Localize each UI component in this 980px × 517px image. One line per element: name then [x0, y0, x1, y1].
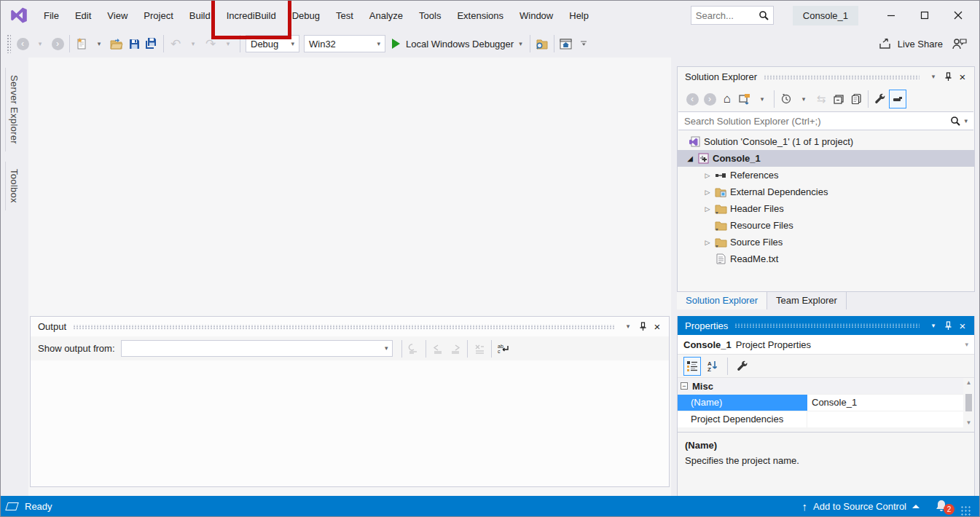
output-source-combobox[interactable]: ▾	[121, 340, 393, 357]
property-grid-scrollbar[interactable]: ▲ ▼	[963, 378, 974, 427]
scrollbar-thumb[interactable]	[965, 394, 972, 411]
tree-item-console-1[interactable]: ◢ Console_1	[678, 150, 974, 167]
close-panel-button[interactable]: ×	[955, 319, 970, 332]
menu-analyze[interactable]: Analyze	[361, 1, 411, 30]
clear-all-button[interactable]	[471, 339, 488, 358]
switch-views-dropdown[interactable]: ▾	[753, 90, 771, 108]
add-to-source-control-button[interactable]: ↑ Add to Source Control	[798, 497, 924, 516]
open-file-button[interactable]	[108, 34, 125, 53]
undo-dropdown[interactable]: ▾	[184, 34, 202, 53]
solution-explorer-search-input[interactable]	[684, 116, 950, 127]
solution-configuration-combobox[interactable]: Debug▾	[246, 35, 299, 52]
send-feedback-button[interactable]	[950, 34, 969, 53]
panel-drag-texture[interactable]	[734, 323, 920, 328]
expander-collapsed-icon[interactable]: ▷	[702, 172, 713, 179]
menu-window[interactable]: Window	[511, 1, 561, 30]
output-content[interactable]	[31, 360, 669, 484]
server-explorer-tab[interactable]: Server Explorer	[5, 68, 23, 151]
window-position-dropdown[interactable]: ▾	[926, 319, 941, 332]
property-value-cell[interactable]: Console_1	[807, 395, 974, 411]
pin-button[interactable]	[941, 71, 955, 84]
toggle-word-wrap-button[interactable]: abc	[495, 339, 512, 358]
close-panel-button[interactable]: ×	[650, 320, 665, 334]
menu-project[interactable]: Project	[136, 1, 181, 30]
solution-explorer-search-box[interactable]: ▾	[678, 111, 973, 130]
filter-dropdown[interactable]: ▾	[795, 90, 812, 108]
panel-drag-texture[interactable]	[73, 325, 614, 329]
undo-button[interactable]: ↶	[167, 34, 184, 53]
team-explorer-bottom-tab[interactable]: Team Explorer	[767, 292, 847, 309]
navigate-back-button[interactable]: ‹	[14, 34, 31, 53]
next-message-button[interactable]	[447, 339, 464, 358]
expander-collapsed-icon[interactable]: ▷	[702, 205, 713, 213]
resize-grip[interactable]	[960, 505, 971, 516]
menu-tools[interactable]: Tools	[411, 1, 449, 30]
se-home-button[interactable]: ⌂	[718, 90, 736, 108]
collapse-all-button[interactable]	[830, 90, 847, 108]
window-position-dropdown[interactable]: ▾	[621, 320, 635, 334]
tree-item-external-dependencies[interactable]: ▷ External Dependencies	[678, 183, 974, 200]
background-tasks-icon[interactable]	[5, 502, 19, 510]
property-name-cell[interactable]: Project Dependencies	[678, 411, 807, 427]
find-message-in-code-button[interactable]	[405, 339, 423, 358]
se-back-button[interactable]: ‹	[683, 90, 701, 108]
menu-test[interactable]: Test	[328, 1, 361, 30]
new-project-button[interactable]	[73, 34, 90, 53]
notifications-button[interactable]: 2	[934, 499, 950, 513]
switch-views-button[interactable]	[736, 90, 753, 108]
menu-edit[interactable]: Edit	[67, 1, 99, 30]
navigate-back-dropdown[interactable]: ▾	[31, 34, 49, 53]
tree-item-solution[interactable]: Solution 'Console_1' (1 of 1 project)	[678, 133, 974, 150]
start-debugging-button[interactable]: Local Windows Debugger ▾	[388, 34, 527, 53]
properties-object-selector[interactable]: Console_1 Project Properties ▾	[678, 335, 974, 355]
pending-changes-filter-button[interactable]	[777, 90, 795, 108]
menu-help[interactable]: Help	[561, 1, 597, 30]
properties-header[interactable]: Properties ▾ ×	[678, 316, 974, 335]
maximize-button[interactable]	[908, 1, 941, 30]
browser-preview-button[interactable]	[557, 34, 575, 53]
pin-button[interactable]	[635, 320, 650, 334]
property-name-cell[interactable]: (Name)	[678, 395, 807, 411]
menu-file[interactable]: File	[36, 1, 67, 30]
se-forward-button[interactable]: ›	[701, 90, 718, 108]
find-in-files-button[interactable]	[533, 34, 551, 53]
solution-explorer-header[interactable]: Solution Explorer ▾ ×	[678, 67, 974, 87]
toolbar-grip[interactable]	[7, 34, 11, 53]
live-share-button[interactable]: Live Share	[878, 37, 943, 50]
property-row-project-dependencies[interactable]: Project Dependencies	[678, 411, 974, 427]
solution-platform-combobox[interactable]: Win32▾	[304, 35, 385, 52]
menu-debug[interactable]: Debug	[284, 1, 328, 30]
property-value-cell[interactable]	[807, 411, 974, 427]
redo-button[interactable]: ↷	[202, 34, 219, 53]
expander-collapsed-icon[interactable]: ▷	[702, 189, 713, 196]
tree-item-resource-files[interactable]: Resource Files	[678, 217, 974, 234]
save-button[interactable]	[125, 34, 143, 53]
tree-item-references[interactable]: ▷ References	[678, 167, 974, 183]
new-project-dropdown[interactable]: ▾	[90, 34, 108, 53]
sync-with-active-document-button[interactable]: ⇆	[812, 90, 830, 108]
pin-button[interactable]	[941, 319, 955, 332]
property-row-name[interactable]: (Name) Console_1	[678, 394, 974, 411]
redo-dropdown[interactable]: ▾	[219, 34, 237, 53]
minimize-button[interactable]	[874, 1, 908, 30]
category-row-misc[interactable]: − Misc	[678, 378, 974, 394]
tree-item-header-files[interactable]: ▷ Header Files	[678, 200, 974, 217]
alphabetical-sort-button[interactable]: AZ	[704, 357, 721, 376]
menu-build[interactable]: Build	[181, 1, 219, 30]
quick-search-input[interactable]	[696, 10, 758, 21]
quick-search-box[interactable]	[691, 6, 774, 25]
expander-expanded-icon[interactable]: ◢	[685, 154, 695, 162]
menu-extensions[interactable]: Extensions	[449, 1, 511, 30]
se-properties-button[interactable]	[871, 90, 889, 108]
panel-drag-texture[interactable]	[764, 75, 920, 79]
toolbar-overflow-button[interactable]	[575, 34, 592, 53]
scroll-down-icon[interactable]: ▼	[966, 419, 972, 426]
collapse-category-icon[interactable]: −	[681, 382, 688, 390]
window-position-dropdown[interactable]: ▾	[926, 71, 941, 84]
close-panel-button[interactable]: ×	[955, 71, 970, 84]
preview-selected-items-button[interactable]	[889, 90, 906, 108]
show-all-files-button[interactable]	[847, 90, 865, 108]
previous-message-button[interactable]	[429, 339, 447, 358]
tree-item-source-files[interactable]: ▷ Source Files	[678, 234, 974, 250]
output-panel-header[interactable]: Output ▾ ×	[31, 317, 669, 336]
